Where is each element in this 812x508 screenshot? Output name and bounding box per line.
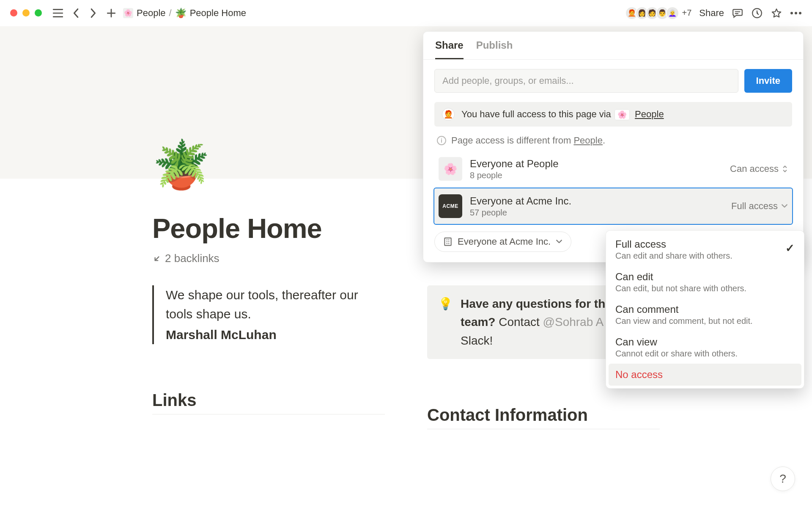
breadcrumb: 🌸 People / 🪴 People Home: [123, 8, 246, 19]
breadcrumb-parent[interactable]: People: [137, 8, 166, 19]
share-button[interactable]: Share: [699, 8, 724, 19]
avatar: 👩‍🦳: [666, 6, 679, 20]
perm-selector-acme[interactable]: Full access: [731, 201, 788, 212]
perm-option-desc: Can edit, but not share with others.: [615, 284, 795, 293]
tab-publish[interactable]: Publish: [476, 39, 513, 59]
breadcrumb-sep: /: [169, 8, 172, 19]
acme-badge-text: ACME: [442, 203, 458, 209]
topbar-right: 🧑‍🦰 👩 🧑 👨 👩‍🦳 +7 Share: [628, 6, 802, 20]
diff-note: i Page access is different from People.: [434, 135, 792, 146]
svg-point-2: [795, 12, 797, 14]
share-tabs: Share Publish: [423, 32, 803, 60]
left-column: We shape our tools, thereafter our tools…: [152, 285, 385, 429]
maximize-window-icon[interactable]: [35, 9, 42, 17]
backlinks-arrow-icon: [152, 254, 162, 263]
perm-option-desc: Cannot edit or share with others.: [615, 349, 795, 359]
flower-icon: 🌸: [439, 157, 462, 181]
group-count: 57 people: [470, 208, 724, 218]
perm-option-title: Can edit: [615, 271, 795, 283]
updates-icon[interactable]: [751, 7, 763, 19]
perm-label: Full access: [731, 201, 778, 212]
access-note-chip-icon: 🌸: [614, 109, 630, 120]
sidebar-toggle-icon[interactable]: [52, 7, 64, 19]
perm-option-title: Can comment: [615, 304, 795, 315]
new-tab-icon[interactable]: [105, 7, 117, 19]
topbar: 🌸 People / 🪴 People Home 🧑‍🦰 👩 🧑 👨 👩‍🦳 +…: [0, 0, 812, 26]
quote-block[interactable]: We shape our tools, thereafter our tools…: [152, 285, 385, 344]
nav-forward-icon[interactable]: [88, 7, 99, 19]
perm-label: Can access: [730, 163, 779, 174]
perm-option[interactable]: Full accessCan edit and share with other…: [609, 233, 801, 266]
topbar-left: 🌸 People / 🪴 People Home: [10, 7, 246, 19]
chevron-down-icon: [781, 203, 788, 210]
svg-point-1: [790, 12, 793, 14]
svg-point-3: [799, 12, 801, 14]
group-row-acme[interactable]: ACME Everyone at Acme Inc. 57 people Ful…: [434, 188, 792, 224]
group-name: Everyone at People: [470, 158, 722, 170]
more-icon[interactable]: [790, 7, 802, 19]
presence-avatars[interactable]: 🧑‍🦰 👩 🧑 👨 👩‍🦳 +7: [628, 6, 691, 20]
perm-option[interactable]: Can commentCan view and comment, but not…: [609, 298, 801, 331]
comments-icon[interactable]: [732, 7, 743, 19]
perm-option-desc: Can edit and share with others.: [615, 251, 795, 261]
backlinks-label: 2 backlinks: [165, 252, 219, 265]
avatars-more[interactable]: +7: [682, 8, 691, 18]
window-controls: [10, 9, 42, 17]
breadcrumb-page[interactable]: People Home: [190, 8, 246, 19]
invite-input[interactable]: [434, 69, 738, 93]
invite-button[interactable]: Invite: [744, 69, 792, 93]
quote-author: Marshall McLuhan: [166, 325, 385, 344]
info-icon: i: [437, 136, 446, 145]
user-avatar-icon: 🧑‍🦰: [442, 108, 455, 121]
perm-option[interactable]: Can viewCannot edit or share with others…: [609, 331, 801, 364]
chevron-down-icon: [556, 238, 562, 245]
acme-logo-icon: ACME: [439, 194, 462, 218]
close-window-icon[interactable]: [10, 9, 17, 17]
favorite-icon[interactable]: [771, 7, 782, 19]
access-note: 🧑‍🦰 You have full access to this page vi…: [434, 102, 792, 127]
building-icon: [443, 237, 453, 246]
share-panel: Share Publish Invite 🧑‍🦰 You have full a…: [423, 31, 804, 262]
perm-option[interactable]: Can editCan edit, but not share with oth…: [609, 266, 801, 298]
everyone-chip-label: Everyone at Acme Inc.: [458, 236, 551, 247]
group-name: Everyone at Acme Inc.: [470, 195, 724, 207]
perm-option[interactable]: No access: [609, 364, 801, 386]
diff-note-link[interactable]: People: [573, 135, 603, 146]
quote-text: We shape our tools, thereafter our tools…: [166, 285, 385, 323]
group-count: 8 people: [470, 171, 722, 180]
permission-menu: Full accessCan edit and share with other…: [606, 230, 804, 389]
perm-selector-people[interactable]: Can access: [730, 163, 788, 174]
user-mention[interactable]: @Sohrab A: [543, 315, 603, 329]
contact-heading[interactable]: Contact Information: [427, 406, 660, 429]
nav-back-icon[interactable]: [70, 7, 82, 19]
links-heading[interactable]: Links: [152, 391, 385, 414]
everyone-chip[interactable]: Everyone at Acme Inc.: [434, 232, 571, 252]
perm-option-title: Can view: [615, 336, 795, 348]
perm-option-desc: Can view and comment, but not edit.: [615, 316, 795, 326]
minimize-window-icon[interactable]: [22, 9, 30, 17]
help-button[interactable]: ?: [771, 467, 795, 491]
tab-share[interactable]: Share: [435, 39, 464, 59]
group-row-people[interactable]: 🌸 Everyone at People 8 people Can access: [434, 151, 792, 187]
breadcrumb-parent-icon: 🌸: [123, 8, 133, 18]
svg-rect-4: [444, 238, 451, 246]
diff-note-prefix: Page access is different from: [451, 135, 573, 146]
sort-icon: [782, 165, 788, 173]
perm-option-title: Full access: [615, 238, 795, 250]
perm-option-title: No access: [615, 369, 795, 381]
breadcrumb-page-icon: 🪴: [175, 8, 187, 19]
access-note-link[interactable]: People: [635, 109, 664, 119]
diff-note-tail: .: [603, 135, 605, 146]
check-icon: ✓: [785, 242, 795, 255]
access-note-text: You have full access to this page via: [461, 109, 611, 119]
lightbulb-icon: 💡: [438, 295, 453, 350]
callout-contact-label: Contact: [499, 315, 543, 329]
